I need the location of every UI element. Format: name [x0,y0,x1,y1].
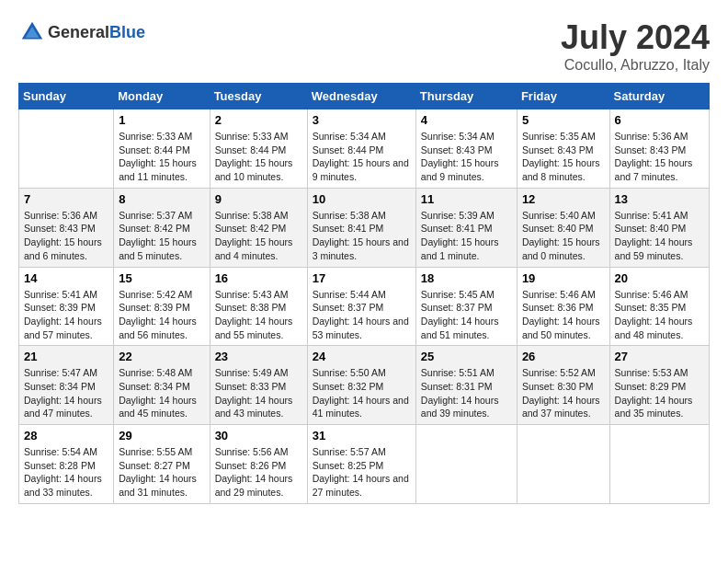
day-number: 30 [215,429,302,442]
calendar-week-row: 1 Sunrise: 5:33 AM Sunset: 8:44 PM Dayli… [19,109,710,189]
daylight-label: Daylight: 14 hours and 51 minutes. [421,316,499,340]
day-info: Sunrise: 5:39 AM Sunset: 8:41 PM Dayligh… [421,209,512,263]
daylight-label: Daylight: 14 hours and 37 minutes. [522,395,600,419]
sunset-label: Sunset: 8:42 PM [215,223,287,234]
day-number: 11 [421,192,512,206]
daylight-label: Daylight: 15 hours and 5 minutes. [119,236,197,261]
day-number: 10 [313,192,411,206]
calendar-cell: 26 Sunrise: 5:52 AM Sunset: 8:30 PM Dayl… [517,346,609,425]
daylight-label: Daylight: 14 hours and 48 minutes. [615,316,693,340]
sunset-label: Sunset: 8:44 PM [119,144,190,155]
day-number: 14 [24,271,108,285]
day-number: 25 [421,350,512,363]
day-number: 3 [313,113,411,127]
sunrise-label: Sunrise: 5:54 AM [24,446,97,457]
page-header: GeneralBlue July 2024 Cocullo, Abruzzo, … [18,18,710,74]
day-of-week-header: Monday [114,84,210,109]
sunset-label: Sunset: 8:26 PM [215,460,287,471]
day-number: 29 [119,429,204,442]
calendar-cell: 21 Sunrise: 5:47 AM Sunset: 8:34 PM Dayl… [19,346,114,425]
day-info: Sunrise: 5:47 AM Sunset: 8:34 PM Dayligh… [24,366,108,420]
daylight-label: Daylight: 15 hours and 9 minutes. [421,157,499,182]
calendar-cell: 4 Sunrise: 5:34 AM Sunset: 8:43 PM Dayli… [415,109,517,189]
day-of-week-header: Tuesday [210,84,307,109]
logo-general-text: General [48,23,109,41]
daylight-label: Daylight: 15 hours and 9 minutes. [313,157,409,182]
sunset-label: Sunset: 8:34 PM [24,381,96,392]
sunrise-label: Sunrise: 5:38 AM [313,210,386,221]
calendar-week-row: 28 Sunrise: 5:54 AM Sunset: 8:28 PM Dayl… [19,425,710,504]
sunset-label: Sunset: 8:36 PM [522,302,594,313]
calendar-cell: 30 Sunrise: 5:56 AM Sunset: 8:26 PM Dayl… [210,425,307,504]
calendar-cell: 31 Sunrise: 5:57 AM Sunset: 8:25 PM Dayl… [307,425,415,504]
day-number: 7 [24,192,108,206]
sunset-label: Sunset: 8:43 PM [615,144,687,155]
calendar-cell [415,425,517,504]
sunset-label: Sunset: 8:27 PM [119,460,190,471]
calendar-cell: 18 Sunrise: 5:45 AM Sunset: 8:37 PM Dayl… [415,267,517,346]
sunrise-label: Sunrise: 5:42 AM [119,289,192,300]
day-info: Sunrise: 5:37 AM Sunset: 8:42 PM Dayligh… [119,209,204,263]
sunrise-label: Sunrise: 5:51 AM [421,367,495,378]
sunset-label: Sunset: 8:28 PM [24,460,96,471]
sunrise-label: Sunrise: 5:45 AM [421,289,495,300]
sunrise-label: Sunrise: 5:44 AM [313,289,386,300]
sunset-label: Sunset: 8:37 PM [313,302,384,313]
sunrise-label: Sunrise: 5:40 AM [522,210,596,221]
day-info: Sunrise: 5:43 AM Sunset: 8:38 PM Dayligh… [215,288,302,342]
day-number: 2 [215,113,302,127]
sunrise-label: Sunrise: 5:39 AM [421,210,495,221]
sunrise-label: Sunrise: 5:36 AM [615,131,688,142]
calendar-cell: 27 Sunrise: 5:53 AM Sunset: 8:29 PM Dayl… [609,346,709,425]
calendar-cell: 23 Sunrise: 5:49 AM Sunset: 8:33 PM Dayl… [210,346,307,425]
calendar-cell [517,425,609,504]
sunset-label: Sunset: 8:35 PM [615,302,687,313]
day-number: 22 [119,350,204,363]
page-subtitle: Cocullo, Abruzzo, Italy [561,57,710,74]
sunset-label: Sunset: 8:29 PM [615,381,687,392]
calendar-cell [609,425,709,504]
sunrise-label: Sunrise: 5:43 AM [215,289,289,300]
daylight-label: Daylight: 14 hours and 29 minutes. [215,473,293,498]
daylight-label: Daylight: 14 hours and 33 minutes. [24,473,102,498]
day-number: 4 [421,113,512,127]
day-number: 12 [522,192,605,206]
day-of-week-header: Wednesday [307,84,415,109]
sunrise-label: Sunrise: 5:34 AM [313,131,386,142]
sunset-label: Sunset: 8:40 PM [615,223,687,234]
daylight-label: Daylight: 14 hours and 41 minutes. [313,395,409,419]
day-number: 1 [119,113,204,127]
day-info: Sunrise: 5:52 AM Sunset: 8:30 PM Dayligh… [522,366,605,420]
day-number: 23 [215,350,302,363]
calendar-cell: 16 Sunrise: 5:43 AM Sunset: 8:38 PM Dayl… [210,267,307,346]
sunrise-label: Sunrise: 5:35 AM [522,131,596,142]
calendar-cell: 11 Sunrise: 5:39 AM Sunset: 8:41 PM Dayl… [415,188,517,267]
day-number: 27 [615,350,704,363]
calendar-cell: 14 Sunrise: 5:41 AM Sunset: 8:39 PM Dayl… [19,267,114,346]
daylight-label: Daylight: 14 hours and 57 minutes. [24,316,102,340]
sunrise-label: Sunrise: 5:53 AM [615,367,688,378]
calendar-cell: 2 Sunrise: 5:33 AM Sunset: 8:44 PM Dayli… [210,109,307,189]
sunrise-label: Sunrise: 5:56 AM [215,446,289,457]
day-info: Sunrise: 5:36 AM Sunset: 8:43 PM Dayligh… [24,209,108,263]
calendar-cell: 7 Sunrise: 5:36 AM Sunset: 8:43 PM Dayli… [19,188,114,267]
calendar-cell: 29 Sunrise: 5:55 AM Sunset: 8:27 PM Dayl… [114,425,210,504]
day-info: Sunrise: 5:38 AM Sunset: 8:42 PM Dayligh… [215,209,302,263]
daylight-label: Daylight: 15 hours and 1 minute. [421,236,499,261]
calendar-cell: 9 Sunrise: 5:38 AM Sunset: 8:42 PM Dayli… [210,188,307,267]
sunrise-label: Sunrise: 5:41 AM [615,210,688,221]
calendar-week-row: 21 Sunrise: 5:47 AM Sunset: 8:34 PM Dayl… [19,346,710,425]
day-of-week-header: Thursday [415,84,517,109]
daylight-label: Daylight: 15 hours and 8 minutes. [522,157,600,182]
sunset-label: Sunset: 8:43 PM [421,144,493,155]
sunset-label: Sunset: 8:38 PM [215,302,287,313]
sunset-label: Sunset: 8:41 PM [313,223,384,234]
sunset-label: Sunset: 8:41 PM [421,223,493,234]
daylight-label: Daylight: 15 hours and 4 minutes. [215,236,293,261]
sunset-label: Sunset: 8:42 PM [119,223,190,234]
day-number: 31 [313,429,411,442]
calendar-table: SundayMondayTuesdayWednesdayThursdayFrid… [18,83,710,504]
daylight-label: Daylight: 14 hours and 55 minutes. [215,316,293,340]
sunset-label: Sunset: 8:34 PM [119,381,190,392]
daylight-label: Daylight: 14 hours and 35 minutes. [615,395,693,419]
